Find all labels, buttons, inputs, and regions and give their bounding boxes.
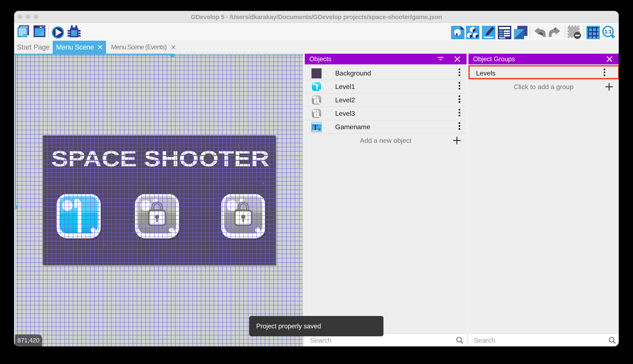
svg-text:1:1: 1:1 <box>604 29 611 34</box>
svg-text:T: T <box>313 123 318 132</box>
svg-text:x: x <box>318 127 321 132</box>
